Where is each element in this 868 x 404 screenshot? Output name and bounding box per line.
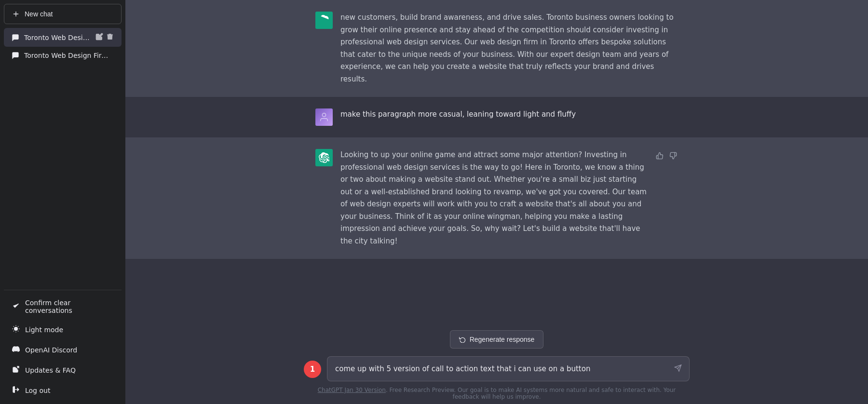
updates-faq-label: Updates & FAQ: [25, 366, 76, 374]
openai-discord-action[interactable]: OpenAI Discord: [4, 340, 122, 360]
chat-icon-1: [12, 34, 19, 41]
partial-message-content: new customers, build brand awareness, an…: [340, 12, 678, 85]
external-link-icon: [12, 365, 20, 375]
svg-point-11: [322, 113, 326, 117]
conversation-item-2[interactable]: Toronto Web Design Firm CTA: [4, 47, 122, 64]
input-box-wrap: [327, 356, 690, 383]
new-chat-label: New chat: [25, 10, 53, 18]
user-avatar-inner: [315, 108, 333, 126]
footer-description: . Free Research Preview. Our goal is to …: [386, 387, 676, 400]
regenerate-label: Regenerate response: [470, 336, 535, 343]
conversation-actions-1: [95, 33, 114, 42]
confirm-clear-label: Confirm clear conversations: [25, 299, 114, 314]
chat-icon-2: [12, 52, 19, 59]
message-action-buttons: [655, 151, 678, 162]
plus-icon: [12, 10, 20, 18]
discord-icon: [12, 345, 20, 355]
updates-faq-action[interactable]: Updates & FAQ: [4, 361, 122, 380]
svg-line-7: [14, 331, 14, 331]
new-chat-button[interactable]: New chat: [4, 4, 122, 24]
regenerate-button-wrap: Regenerate response: [450, 330, 544, 349]
gpt-avatar-1: [315, 149, 333, 166]
edit-icon-1[interactable]: [95, 33, 103, 42]
footer-text: ChatGPT Jan 30 Version. Free Research Pr…: [304, 387, 690, 400]
svg-line-3: [14, 326, 14, 327]
input-badge: 1: [304, 361, 321, 378]
light-mode-action[interactable]: Light mode: [4, 320, 122, 339]
svg-line-8: [18, 326, 18, 327]
light-mode-label: Light mode: [25, 326, 63, 334]
assistant-message-content-1: Looking to up your online game and attra…: [340, 149, 647, 247]
log-out-label: Log out: [25, 387, 50, 394]
partial-message: new customers, build brand awareness, an…: [125, 0, 868, 97]
openai-discord-label: OpenAI Discord: [25, 346, 77, 354]
chat-messages: new customers, build brand awareness, an…: [125, 0, 868, 323]
delete-icon-1[interactable]: [106, 33, 114, 42]
sidebar: New chat Toronto Web Design SI: [0, 0, 125, 404]
main-content: new customers, build brand awareness, an…: [125, 0, 868, 404]
conversation-label-2: Toronto Web Design Firm CTA: [24, 52, 114, 59]
gpt-avatar-partial: [315, 12, 333, 29]
partial-message-inner: new customers, build brand awareness, an…: [304, 12, 690, 85]
user-message-inner-1: make this paragraph more casual, leaning…: [304, 108, 690, 126]
send-icon: [674, 364, 682, 372]
send-button[interactable]: [672, 363, 684, 377]
logout-icon: [12, 386, 20, 395]
assistant-message-inner-1: Looking to up your online game and attra…: [304, 149, 690, 247]
user-message-content-1: make this paragraph more casual, leaning…: [340, 108, 678, 121]
chat-input[interactable]: [327, 356, 690, 382]
input-row: 1: [304, 356, 690, 383]
confirm-clear-action[interactable]: Confirm clear conversations: [4, 294, 122, 319]
svg-point-0: [14, 327, 18, 331]
check-icon: [12, 302, 20, 311]
footer-link[interactable]: ChatGPT Jan 30 Version: [318, 387, 386, 393]
sidebar-divider: [4, 290, 122, 290]
sidebar-bottom-actions: Confirm clear conversations Light mode: [4, 294, 122, 400]
user-message-1: make this paragraph more casual, leaning…: [125, 97, 868, 137]
input-area: Regenerate response 1 ChatGPT Jan 30 Ver…: [125, 323, 868, 404]
svg-line-4: [18, 331, 18, 331]
user-avatar-1: [315, 108, 333, 126]
assistant-message-1: Looking to up your online game and attra…: [125, 137, 868, 259]
regenerate-button[interactable]: Regenerate response: [450, 330, 544, 349]
conversation-item-1[interactable]: Toronto Web Design SI: [4, 28, 122, 47]
thumbs-up-button[interactable]: [655, 151, 665, 162]
conversation-label-1: Toronto Web Design SI: [24, 34, 91, 41]
log-out-action[interactable]: Log out: [4, 381, 122, 400]
conversation-list: Toronto Web Design SI: [4, 28, 122, 286]
sun-icon: [12, 325, 20, 335]
thumbs-down-button[interactable]: [668, 151, 678, 162]
regenerate-icon: [459, 336, 466, 343]
